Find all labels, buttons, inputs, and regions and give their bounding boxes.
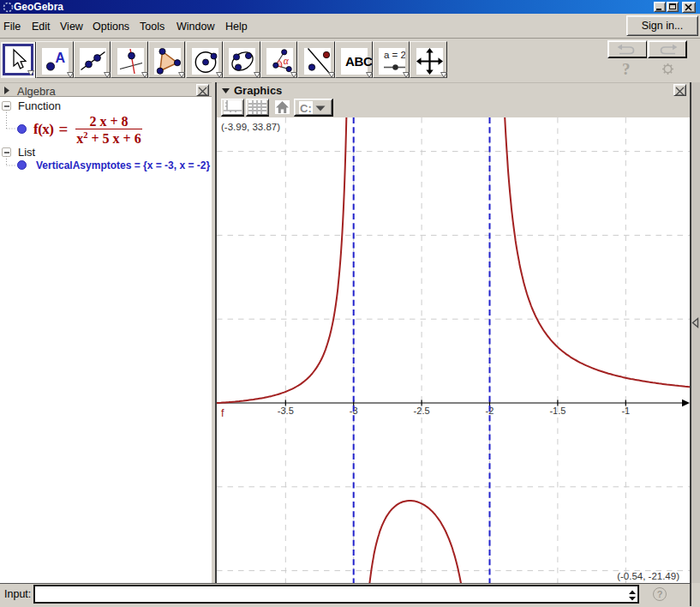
- svg-text:-1: -1: [621, 406, 630, 416]
- svg-text:a = 2: a = 2: [384, 50, 405, 60]
- svg-text:(-0.54, -21.49): (-0.54, -21.49): [617, 571, 679, 581]
- svg-text:-1.5: -1.5: [549, 406, 565, 416]
- svg-text:-3.5: -3.5: [278, 406, 294, 416]
- svg-text:f: f: [221, 407, 224, 419]
- svg-text:A: A: [56, 51, 66, 65]
- svg-text:ABC: ABC: [345, 54, 372, 69]
- svg-text:α: α: [284, 56, 290, 66]
- svg-text:-2.5: -2.5: [414, 406, 430, 416]
- svg-text:(-3.99, 33.87): (-3.99, 33.87): [221, 122, 280, 132]
